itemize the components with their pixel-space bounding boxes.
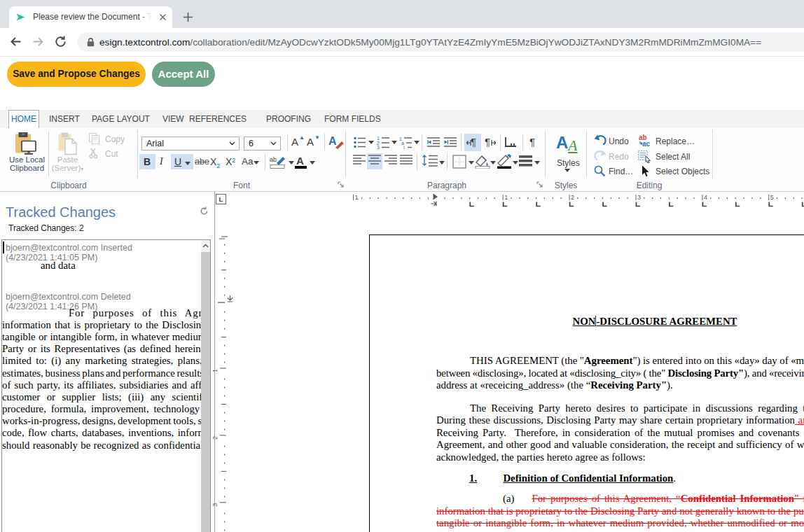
svg-text:3: 3 <box>637 194 641 201</box>
svg-text:3: 3 <box>377 145 380 149</box>
svg-text:1: 1 <box>504 194 508 201</box>
svg-text:ac: ac <box>642 140 651 147</box>
svg-text:1: 1 <box>355 194 359 201</box>
svg-text:ab: ab <box>270 156 277 163</box>
svg-text:1: 1 <box>212 369 219 372</box>
svg-text:3: 3 <box>212 503 219 507</box>
svg-text:2: 2 <box>571 194 574 201</box>
svg-text:5: 5 <box>770 194 774 201</box>
svg-text:2: 2 <box>212 436 219 440</box>
svg-text:1: 1 <box>377 136 380 141</box>
svg-text:i: i <box>403 145 405 149</box>
svg-text:4: 4 <box>704 194 707 201</box>
